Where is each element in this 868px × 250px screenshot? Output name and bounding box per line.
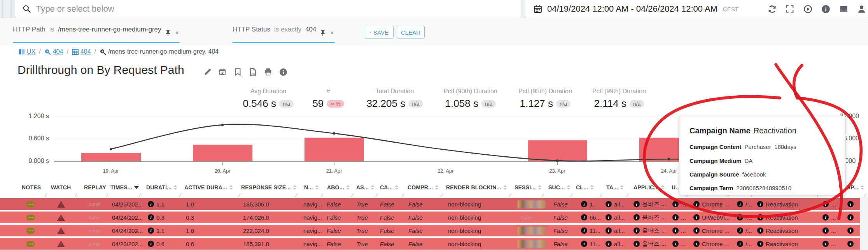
info-icon[interactable]: i xyxy=(606,201,612,207)
info-icon[interactable]: i xyxy=(757,214,763,220)
info-icon[interactable]: i xyxy=(693,214,700,220)
info-icon[interactable]: i xyxy=(757,201,763,207)
column-header[interactable]: APPLIC... xyxy=(634,184,665,191)
column-header[interactable]: RENDER BLOCKIN... xyxy=(446,184,507,191)
info-icon[interactable]: i xyxy=(634,241,640,247)
table-row[interactable]: !none04/24/202...i0.30.3174,026.0navig..… xyxy=(0,212,860,223)
note-icon[interactable] xyxy=(26,215,35,220)
table-row[interactable]: !none04/25/202...i1.11.0185,306.0navig..… xyxy=(0,198,860,210)
note-icon[interactable] xyxy=(26,228,35,234)
column-header[interactable]: SESSI... xyxy=(514,184,542,191)
info-icon[interactable]: i xyxy=(606,214,612,220)
column-header[interactable]: WATCH xyxy=(51,184,71,191)
column-header[interactable]: CA... xyxy=(380,184,399,191)
cell: False xyxy=(408,238,423,250)
warning-icon[interactable]: ! xyxy=(57,241,65,247)
session-thumbnail[interactable] xyxy=(518,240,546,248)
warning-icon[interactable]: ! xyxy=(57,201,65,208)
table-scrollbar[interactable] xyxy=(861,196,868,250)
cell: iUIWebVi... xyxy=(693,212,730,223)
cell: i올버즈 ... xyxy=(634,198,666,210)
sort-icon xyxy=(395,185,399,190)
info-icon[interactable]: i xyxy=(606,227,612,234)
column-header[interactable]: TIMES... xyxy=(110,184,139,191)
info-icon[interactable]: i xyxy=(581,227,587,234)
info-icon[interactable]: i xyxy=(148,227,154,234)
info-icon[interactable]: i xyxy=(847,214,854,220)
info-icon[interactable]: i xyxy=(634,201,640,207)
table-row[interactable]: !none04/24/202...i1.11.0222,024.0navig..… xyxy=(0,225,860,236)
info-icon[interactable]: i xyxy=(606,241,612,247)
cell: False xyxy=(553,238,568,250)
info-icon[interactable]: i xyxy=(693,201,700,207)
column-header[interactable]: N... xyxy=(304,184,319,191)
note-icon[interactable] xyxy=(26,201,35,207)
cell: iReactivation xyxy=(757,212,798,223)
column-header[interactable]: ESP... xyxy=(843,184,864,191)
warning-icon[interactable]: ! xyxy=(57,227,65,234)
info-icon[interactable]: i xyxy=(737,201,743,207)
info-icon[interactable]: i xyxy=(757,241,763,247)
column-header[interactable]: DURATI... xyxy=(146,184,177,191)
info-icon[interactable]: i xyxy=(737,214,743,220)
cell: i11... xyxy=(581,225,600,236)
info-icon[interactable]: i xyxy=(634,214,640,220)
info-icon[interactable]: i xyxy=(737,227,743,234)
column-header[interactable]: RESPONSE SIZE... xyxy=(241,184,297,191)
cell: iall... xyxy=(606,238,625,250)
column-header[interactable]: TA... xyxy=(606,184,624,191)
note-icon[interactable] xyxy=(26,241,35,247)
warning-icon[interactable]: ! xyxy=(57,214,65,221)
info-icon[interactable]: i xyxy=(148,241,154,247)
cell: 222,024.0 xyxy=(243,225,269,236)
info-icon[interactable]: i xyxy=(672,241,679,247)
cell: i xyxy=(847,225,856,236)
cell: 04/23/202... xyxy=(112,238,143,250)
info-icon[interactable]: i xyxy=(847,227,854,234)
info-icon[interactable]: i xyxy=(822,241,829,247)
info-icon[interactable]: i xyxy=(822,227,829,234)
column-header[interactable]: REPLAY xyxy=(84,184,106,191)
cell: navig... xyxy=(303,225,322,236)
info-icon[interactable]: i xyxy=(634,227,640,234)
cell: iChrome ... xyxy=(693,225,729,236)
column-header[interactable]: COMPR... xyxy=(408,184,439,191)
info-icon[interactable]: i xyxy=(757,227,763,234)
column-header[interactable]: ABO... xyxy=(327,184,350,191)
dashboard-root: 04/19/2024 12:00 AM - 04/26/2024 12:00 A… xyxy=(0,0,868,250)
info-icon[interactable]: i xyxy=(581,201,587,207)
info-icon[interactable]: i xyxy=(822,201,829,207)
cell: 174,026.0 xyxy=(243,212,269,223)
tooltip-row: Campaign Sourcefacebook xyxy=(690,171,766,178)
cell: navig... xyxy=(303,198,322,210)
cell: i... xyxy=(822,225,836,236)
info-icon[interactable]: i xyxy=(672,201,679,207)
info-icon[interactable]: i xyxy=(822,214,829,220)
info-icon[interactable]: i xyxy=(581,241,587,247)
column-header[interactable]: SUC... xyxy=(548,184,570,191)
cell: True xyxy=(356,238,368,250)
cell: i... xyxy=(672,238,686,250)
cell: True xyxy=(356,225,368,236)
info-icon[interactable]: i xyxy=(672,214,679,220)
column-header[interactable]: NOTES xyxy=(22,184,41,191)
table-row[interactable]: !none04/23/202...i0.60.6185,391.0navig..… xyxy=(0,238,860,250)
column-header[interactable]: CL... xyxy=(576,184,594,191)
info-icon[interactable]: i xyxy=(148,214,154,220)
session-thumbnail[interactable] xyxy=(518,200,546,208)
info-icon[interactable]: i xyxy=(693,227,700,234)
column-header[interactable]: ACTIVE DURA... xyxy=(184,184,233,191)
info-icon[interactable]: i xyxy=(672,227,679,234)
sort-icon xyxy=(503,185,507,190)
info-icon[interactable]: i xyxy=(847,201,854,207)
cell: non-blocking xyxy=(448,198,481,210)
tooltip-row: Campaign MediumDA xyxy=(690,157,752,164)
info-icon[interactable]: i xyxy=(847,241,854,247)
cell: i xyxy=(847,238,856,250)
session-thumbnail[interactable] xyxy=(518,227,546,235)
info-icon[interactable]: i xyxy=(737,241,743,247)
info-icon[interactable]: i xyxy=(148,201,154,207)
info-icon[interactable]: i xyxy=(581,214,587,220)
info-icon[interactable]: i xyxy=(693,241,700,247)
column-header[interactable]: AS... xyxy=(356,184,374,191)
